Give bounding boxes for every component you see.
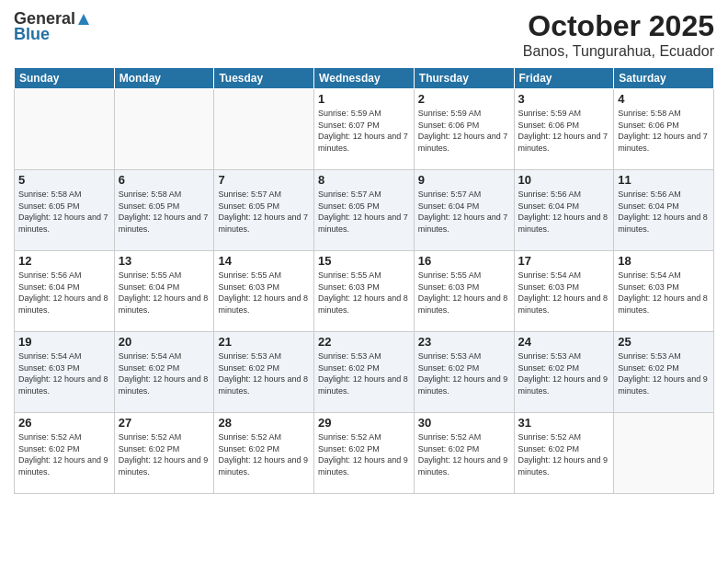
day-number: 6 (119, 173, 210, 187)
table-cell (114, 89, 214, 170)
day-number: 14 (218, 254, 310, 268)
calendar-table: Sunday Monday Tuesday Wednesday Thursday… (14, 67, 714, 494)
month-title: October 2025 (523, 9, 714, 43)
table-cell: 22Sunrise: 5:53 AMSunset: 6:02 PMDayligh… (314, 332, 415, 413)
day-number: 25 (618, 335, 710, 349)
day-number: 16 (418, 254, 510, 268)
header-thursday: Thursday (414, 68, 514, 89)
location-title: Banos, Tungurahua, Ecuador (523, 43, 714, 60)
logo: General Blue (14, 9, 92, 44)
week-row-5: 26Sunrise: 5:52 AMSunset: 6:02 PMDayligh… (15, 413, 714, 494)
table-cell (614, 413, 714, 494)
cell-info: Sunrise: 5:58 AMSunset: 6:06 PMDaylight:… (618, 108, 710, 154)
day-number: 31 (518, 416, 610, 430)
page: General Blue October 2025 Banos, Tungura… (0, 0, 728, 563)
table-cell: 13Sunrise: 5:55 AMSunset: 6:04 PMDayligh… (114, 251, 214, 332)
day-number: 8 (318, 173, 410, 187)
table-cell: 19Sunrise: 5:54 AMSunset: 6:03 PMDayligh… (15, 332, 115, 413)
header-sunday: Sunday (15, 68, 115, 89)
cell-info: Sunrise: 5:52 AMSunset: 6:02 PMDaylight:… (418, 431, 510, 477)
day-number: 12 (18, 254, 110, 268)
day-number: 19 (18, 335, 110, 349)
cell-info: Sunrise: 5:55 AMSunset: 6:04 PMDaylight:… (119, 270, 210, 316)
cell-info: Sunrise: 5:52 AMSunset: 6:02 PMDaylight:… (18, 431, 110, 477)
day-number: 1 (318, 92, 410, 106)
day-number: 3 (518, 92, 610, 106)
day-number: 2 (418, 92, 510, 106)
table-cell: 12Sunrise: 5:56 AMSunset: 6:04 PMDayligh… (15, 251, 115, 332)
cell-info: Sunrise: 5:58 AMSunset: 6:05 PMDaylight:… (119, 189, 210, 235)
table-cell: 24Sunrise: 5:53 AMSunset: 6:02 PMDayligh… (514, 332, 614, 413)
day-number: 18 (618, 254, 710, 268)
table-cell: 16Sunrise: 5:55 AMSunset: 6:03 PMDayligh… (414, 251, 514, 332)
table-cell: 30Sunrise: 5:52 AMSunset: 6:02 PMDayligh… (414, 413, 514, 494)
week-row-2: 5Sunrise: 5:58 AMSunset: 6:05 PMDaylight… (15, 170, 714, 251)
svg-marker-0 (78, 14, 89, 25)
cell-info: Sunrise: 5:53 AMSunset: 6:02 PMDaylight:… (518, 350, 610, 396)
cell-info: Sunrise: 5:54 AMSunset: 6:02 PMDaylight:… (119, 350, 210, 396)
logo-blue: Blue (14, 25, 50, 44)
week-row-4: 19Sunrise: 5:54 AMSunset: 6:03 PMDayligh… (15, 332, 714, 413)
table-cell (214, 89, 314, 170)
table-cell: 1Sunrise: 5:59 AMSunset: 6:07 PMDaylight… (314, 89, 415, 170)
table-cell: 21Sunrise: 5:53 AMSunset: 6:02 PMDayligh… (214, 332, 314, 413)
cell-info: Sunrise: 5:54 AMSunset: 6:03 PMDaylight:… (618, 270, 710, 316)
table-cell: 11Sunrise: 5:56 AMSunset: 6:04 PMDayligh… (614, 170, 714, 251)
cell-info: Sunrise: 5:55 AMSunset: 6:03 PMDaylight:… (218, 270, 310, 316)
cell-info: Sunrise: 5:56 AMSunset: 6:04 PMDaylight:… (18, 270, 110, 316)
table-cell: 23Sunrise: 5:53 AMSunset: 6:02 PMDayligh… (414, 332, 514, 413)
day-number: 5 (18, 173, 110, 187)
weekday-header-row: Sunday Monday Tuesday Wednesday Thursday… (15, 68, 714, 89)
day-number: 29 (318, 416, 410, 430)
cell-info: Sunrise: 5:57 AMSunset: 6:05 PMDaylight:… (218, 189, 310, 235)
table-cell: 9Sunrise: 5:57 AMSunset: 6:04 PMDaylight… (414, 170, 514, 251)
table-cell: 8Sunrise: 5:57 AMSunset: 6:05 PMDaylight… (314, 170, 415, 251)
day-number: 4 (618, 92, 710, 106)
cell-info: Sunrise: 5:56 AMSunset: 6:04 PMDaylight:… (518, 189, 610, 235)
day-number: 10 (518, 173, 610, 187)
table-cell: 26Sunrise: 5:52 AMSunset: 6:02 PMDayligh… (15, 413, 115, 494)
cell-info: Sunrise: 5:55 AMSunset: 6:03 PMDaylight:… (418, 270, 510, 316)
cell-info: Sunrise: 5:57 AMSunset: 6:05 PMDaylight:… (318, 189, 410, 235)
table-cell: 7Sunrise: 5:57 AMSunset: 6:05 PMDaylight… (214, 170, 314, 251)
table-cell: 27Sunrise: 5:52 AMSunset: 6:02 PMDayligh… (114, 413, 214, 494)
header-wednesday: Wednesday (314, 68, 415, 89)
cell-info: Sunrise: 5:59 AMSunset: 6:06 PMDaylight:… (418, 108, 510, 154)
day-number: 30 (418, 416, 510, 430)
table-cell: 29Sunrise: 5:52 AMSunset: 6:02 PMDayligh… (314, 413, 415, 494)
day-number: 15 (318, 254, 410, 268)
cell-info: Sunrise: 5:52 AMSunset: 6:02 PMDaylight:… (318, 431, 410, 477)
day-number: 11 (618, 173, 710, 187)
day-number: 17 (518, 254, 610, 268)
cell-info: Sunrise: 5:55 AMSunset: 6:03 PMDaylight:… (318, 270, 410, 316)
cell-info: Sunrise: 5:54 AMSunset: 6:03 PMDaylight:… (18, 350, 110, 396)
day-number: 22 (318, 335, 410, 349)
day-number: 23 (418, 335, 510, 349)
table-cell (15, 89, 115, 170)
cell-info: Sunrise: 5:56 AMSunset: 6:04 PMDaylight:… (618, 189, 710, 235)
cell-info: Sunrise: 5:52 AMSunset: 6:02 PMDaylight:… (119, 431, 210, 477)
table-cell: 20Sunrise: 5:54 AMSunset: 6:02 PMDayligh… (114, 332, 214, 413)
header: General Blue October 2025 Banos, Tungura… (14, 9, 714, 60)
cell-info: Sunrise: 5:53 AMSunset: 6:02 PMDaylight:… (618, 350, 710, 396)
title-block: October 2025 Banos, Tungurahua, Ecuador (523, 9, 714, 60)
cell-info: Sunrise: 5:58 AMSunset: 6:05 PMDaylight:… (18, 189, 110, 235)
cell-info: Sunrise: 5:54 AMSunset: 6:03 PMDaylight:… (518, 270, 610, 316)
table-cell: 25Sunrise: 5:53 AMSunset: 6:02 PMDayligh… (614, 332, 714, 413)
cell-info: Sunrise: 5:59 AMSunset: 6:06 PMDaylight:… (518, 108, 610, 154)
table-cell: 17Sunrise: 5:54 AMSunset: 6:03 PMDayligh… (514, 251, 614, 332)
table-cell: 4Sunrise: 5:58 AMSunset: 6:06 PMDaylight… (614, 89, 714, 170)
cell-info: Sunrise: 5:57 AMSunset: 6:04 PMDaylight:… (418, 189, 510, 235)
logo-icon (76, 12, 91, 27)
week-row-1: 1Sunrise: 5:59 AMSunset: 6:07 PMDaylight… (15, 89, 714, 170)
cell-info: Sunrise: 5:53 AMSunset: 6:02 PMDaylight:… (318, 350, 410, 396)
day-number: 26 (18, 416, 110, 430)
day-number: 28 (218, 416, 310, 430)
header-friday: Friday (514, 68, 614, 89)
cell-info: Sunrise: 5:52 AMSunset: 6:02 PMDaylight:… (518, 431, 610, 477)
table-cell: 3Sunrise: 5:59 AMSunset: 6:06 PMDaylight… (514, 89, 614, 170)
table-cell: 10Sunrise: 5:56 AMSunset: 6:04 PMDayligh… (514, 170, 614, 251)
table-cell: 2Sunrise: 5:59 AMSunset: 6:06 PMDaylight… (414, 89, 514, 170)
day-number: 21 (218, 335, 310, 349)
cell-info: Sunrise: 5:52 AMSunset: 6:02 PMDaylight:… (218, 431, 310, 477)
